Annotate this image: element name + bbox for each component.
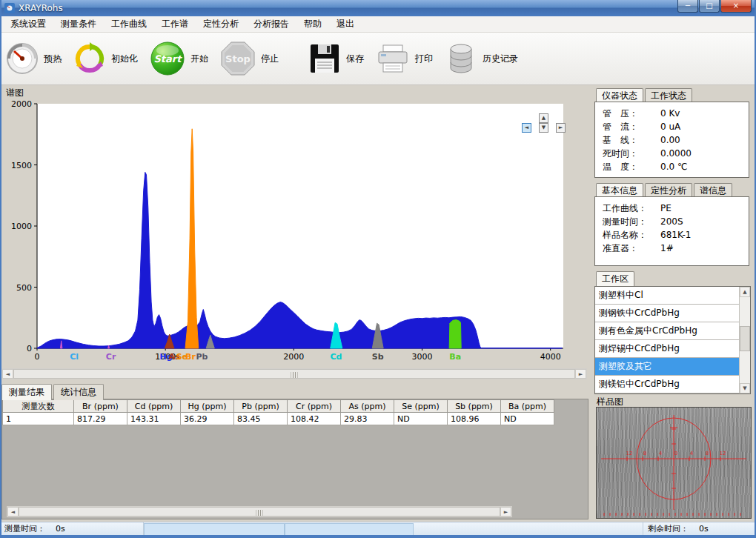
thumb-grip-icon (256, 510, 263, 516)
stop-label: 停止 (261, 53, 279, 65)
list-item[interactable]: 测焊锡中CrCdPbHg (595, 340, 739, 358)
start-button[interactable]: Start 开始 (150, 41, 208, 76)
svg-text:Cd: Cd (331, 352, 342, 362)
history-button[interactable]: 历史记录 (445, 42, 518, 75)
svg-text:1500: 1500 (11, 161, 32, 170)
tab-statistics[interactable]: 统计信息 (53, 384, 104, 400)
basic-info-panel: 工作曲线：PE 测量时间：200S 样品名称：681K-1 准直器：1# (594, 196, 749, 266)
svg-text:Cl: Cl (70, 352, 79, 362)
tab-working-status[interactable]: 工作状态 (645, 88, 692, 103)
table-header-row: 测量次数 Br (ppm) Cd (ppm) Hg (ppm) Pb (ppm)… (3, 400, 554, 413)
svg-text:4: 4 (690, 451, 694, 456)
tube-current-label: 管 流： (603, 121, 660, 133)
scroll-right-arrow[interactable]: ► (500, 507, 511, 517)
menu-item-help[interactable]: 帮助 (296, 16, 329, 33)
menu-item-working-curve[interactable]: 工作曲线 (104, 16, 154, 33)
list-item[interactable]: 测塑料中Cl (595, 287, 739, 305)
results-tab-bar: 测量结果 统计信息 (1, 384, 105, 400)
chart-scroll-thumb[interactable] (13, 369, 575, 379)
col-header: Cd (ppm) (127, 400, 181, 413)
measure-time-value: 200S (660, 216, 683, 227)
cell-sb: 108.96 (448, 413, 501, 425)
tube-current-value: 0 uA (660, 122, 680, 132)
svg-text:1000: 1000 (11, 222, 32, 231)
minimize-button[interactable]: − (677, 0, 698, 13)
col-header: Sb (ppm) (448, 400, 501, 413)
scroll-right-arrow[interactable]: ► (575, 369, 586, 379)
database-icon (445, 42, 477, 75)
pan-right-button[interactable]: ► (556, 123, 566, 133)
list-item[interactable]: 测钢铁中CrCdPbHg (595, 305, 739, 322)
close-button[interactable]: × (720, 0, 752, 13)
results-scroll-thumb[interactable] (19, 507, 500, 517)
tab-spectrum-info[interactable]: 谱信息 (694, 183, 732, 198)
svg-text:Ba: Ba (449, 352, 461, 362)
initialize-button[interactable]: 初始化 (73, 42, 138, 75)
scroll-down-arrow[interactable]: ▼ (740, 383, 750, 393)
start-label: 开始 (190, 53, 208, 65)
maximize-button[interactable]: □ (699, 0, 720, 13)
print-button[interactable]: 打印 (376, 42, 433, 75)
pan-up-button[interactable]: ▲ (539, 113, 548, 123)
cell-cd: 143.31 (127, 413, 181, 425)
pan-left-button[interactable]: ◄ (522, 123, 531, 133)
temperature-value: 0.0 ℃ (660, 162, 687, 172)
svg-text:4: 4 (659, 451, 663, 456)
menu-item-working-spectrum[interactable]: 工作谱 (154, 16, 196, 33)
scroll-thumb[interactable] (740, 326, 750, 351)
svg-text:Sb: Sb (372, 352, 384, 362)
menu-item-measure-conditions[interactable]: 测量条件 (53, 16, 104, 33)
list-item[interactable]: 测有色金属中CrCdPbHg (595, 322, 739, 340)
menu-item-exit[interactable]: 退出 (329, 16, 362, 33)
menu-item-system-settings[interactable]: 系统设置 (3, 16, 53, 33)
title-bar: XRAYRohs − □ × (0, 0, 756, 16)
tab-instrument-status[interactable]: 仪器状态 (596, 88, 643, 103)
menu-item-qualitative-analysis[interactable]: 定性分析 (196, 16, 246, 33)
start-icon: Start (150, 41, 185, 76)
list-item[interactable]: 测镁铝中CrCdPbHg (595, 376, 739, 393)
dead-time-label: 死时间： (603, 147, 660, 160)
working-curve-label: 工作曲线： (603, 202, 660, 215)
baseline-label: 基 线： (603, 134, 660, 147)
sample-image: 128404812 (596, 407, 752, 519)
tube-voltage-label: 管 压： (603, 107, 660, 120)
svg-text:0: 0 (674, 451, 677, 456)
status-bar: 测量时间： 0s 剩余时间： 0s (0, 522, 756, 535)
col-header: Br (ppm) (74, 400, 127, 413)
window-controls: − □ × (677, 0, 752, 16)
scroll-track[interactable] (740, 297, 750, 383)
chart-horizontal-scrollbar[interactable]: ◄ ► (1, 368, 587, 379)
tab-work-area[interactable]: 工作区 (596, 271, 634, 286)
pan-down-button[interactable]: ▼ (539, 123, 548, 133)
tab-basic-info[interactable]: 基本信息 (596, 183, 643, 198)
list-item-selected[interactable]: 测塑胶及其它 (595, 358, 739, 376)
col-header: Hg (ppm) (181, 400, 234, 413)
tab-qualitative-analysis[interactable]: 定性分析 (645, 183, 692, 198)
col-header: Cr (ppm) (288, 400, 341, 413)
scroll-left-arrow[interactable]: ◄ (2, 369, 13, 379)
tab-measurement-results[interactable]: 测量结果 (1, 384, 52, 400)
cell-as: 29.83 (341, 413, 394, 425)
initialize-label: 初始化 (111, 53, 138, 65)
preheat-button[interactable]: 预热 (6, 42, 62, 75)
status-measure-time: 测量时间： 0s (0, 522, 144, 535)
history-label: 历史记录 (483, 53, 518, 65)
measure-time-value: 0s (56, 524, 65, 534)
work-area-vertical-scrollbar[interactable]: ▲ ▼ (739, 287, 750, 393)
sample-name-label: 样品名称： (603, 229, 660, 242)
menu-item-analysis-report[interactable]: 分析报告 (246, 16, 296, 33)
scroll-left-arrow[interactable]: ◄ (7, 507, 19, 517)
spectrum-chart: 050010001500200001000200030004000ClCrHgA… (4, 96, 588, 366)
scroll-up-arrow[interactable]: ▲ (740, 287, 750, 297)
svg-text:0: 0 (35, 352, 40, 362)
results-horizontal-scrollbar[interactable]: ◄ ► (7, 506, 512, 517)
svg-text:12: 12 (626, 451, 633, 456)
svg-text:8: 8 (643, 451, 646, 456)
save-button[interactable]: 保存 (308, 42, 364, 75)
floppy-disk-icon (308, 42, 341, 75)
stop-button[interactable]: Stop 停止 (220, 41, 279, 76)
col-header: Ba (ppm) (501, 400, 554, 413)
info-tab-bar: 基本信息 定性分析 谱信息 (596, 183, 734, 198)
reticle-overlay-icon: 128404812 (597, 408, 751, 518)
table-row[interactable]: 1 817.29 143.31 36.29 83.45 108.42 29.83… (3, 413, 554, 425)
